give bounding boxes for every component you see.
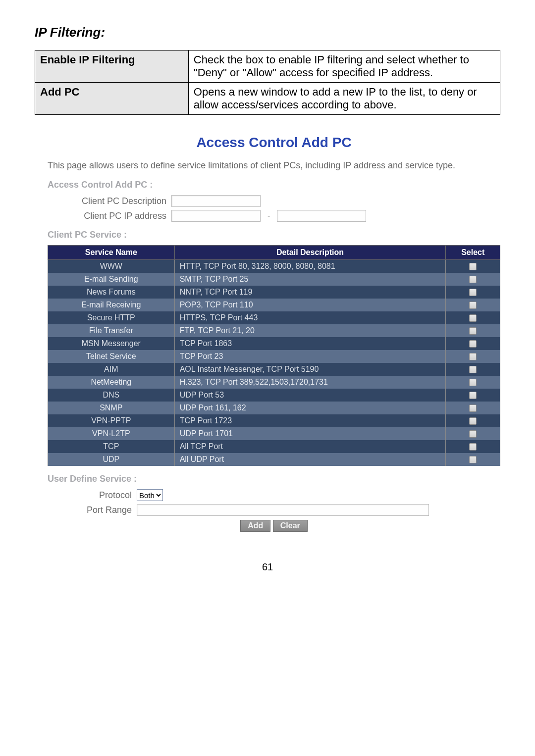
term-enable-ip-filtering: Enable IP Filtering bbox=[35, 50, 189, 83]
service-checkbox[interactable] bbox=[469, 404, 477, 412]
service-checkbox[interactable] bbox=[469, 263, 477, 270]
protocol-select[interactable]: Both bbox=[137, 489, 163, 501]
add-button[interactable]: Add bbox=[240, 520, 270, 532]
service-row: VPN-L2TPUDP Port 1701 bbox=[48, 427, 500, 440]
service-table: Service Name Detail Description Select W… bbox=[48, 245, 500, 466]
service-select-cell bbox=[446, 414, 500, 427]
service-checkbox[interactable] bbox=[469, 392, 477, 399]
service-checkbox[interactable] bbox=[469, 276, 477, 283]
service-select-cell bbox=[446, 376, 500, 389]
service-checkbox[interactable] bbox=[469, 417, 477, 425]
service-checkbox[interactable] bbox=[469, 314, 477, 322]
service-name: News Forums bbox=[48, 286, 175, 299]
service-name: SNMP bbox=[48, 402, 175, 414]
service-desc: TCP Port 23 bbox=[174, 350, 446, 363]
service-desc: HTTP, TCP Port 80, 3128, 8000, 8080, 808… bbox=[174, 260, 446, 273]
service-row: File TransferFTP, TCP Port 21, 20 bbox=[48, 324, 500, 337]
service-desc: POP3, TCP Port 110 bbox=[174, 299, 446, 311]
service-select-cell bbox=[446, 427, 500, 440]
label-port-range: Port Range bbox=[48, 505, 132, 515]
desc-enable-ip-filtering: Check the box to enable IP filtering and… bbox=[188, 50, 500, 83]
service-desc: AOL Instant Messenger, TCP Port 5190 bbox=[174, 363, 446, 376]
service-row: UDPAll UDP Port bbox=[48, 453, 500, 466]
service-name: VPN-PPTP bbox=[48, 414, 175, 427]
service-desc: TCP Port 1723 bbox=[174, 414, 446, 427]
service-select-cell bbox=[446, 337, 500, 350]
service-row: NetMeetingH.323, TCP Port 389,522,1503,1… bbox=[48, 376, 500, 389]
service-name: MSN Messenger bbox=[48, 337, 175, 350]
label-protocol: Protocol bbox=[48, 490, 132, 501]
service-checkbox[interactable] bbox=[469, 289, 477, 296]
service-checkbox[interactable] bbox=[469, 456, 477, 463]
section-user-define-service: User Define Service : bbox=[48, 474, 500, 484]
service-row: SNMPUDP Port 161, 162 bbox=[48, 402, 500, 414]
service-checkbox[interactable] bbox=[469, 327, 477, 335]
service-name: AIM bbox=[48, 363, 175, 376]
service-checkbox[interactable] bbox=[469, 379, 477, 386]
service-desc: All TCP Port bbox=[174, 440, 446, 453]
service-select-cell bbox=[446, 440, 500, 453]
service-select-cell bbox=[446, 402, 500, 414]
service-desc: All UDP Port bbox=[174, 453, 446, 466]
service-name: File Transfer bbox=[48, 324, 175, 337]
service-select-cell bbox=[446, 311, 500, 324]
service-name: VPN-L2TP bbox=[48, 427, 175, 440]
service-row: WWWHTTP, TCP Port 80, 3128, 8000, 8080, … bbox=[48, 260, 500, 273]
service-select-cell bbox=[446, 453, 500, 466]
service-row: AIMAOL Instant Messenger, TCP Port 5190 bbox=[48, 363, 500, 376]
service-checkbox[interactable] bbox=[469, 430, 477, 438]
service-row: E-mail SendingSMTP, TCP Port 25 bbox=[48, 273, 500, 286]
service-select-cell bbox=[446, 286, 500, 299]
service-row: MSN MessengerTCP Port 1863 bbox=[48, 337, 500, 350]
service-desc: UDP Port 53 bbox=[174, 389, 446, 402]
clear-button[interactable]: Clear bbox=[273, 520, 308, 532]
service-checkbox[interactable] bbox=[469, 353, 477, 360]
service-select-cell bbox=[446, 299, 500, 311]
desc-add-pc: Opens a new window to add a new IP to th… bbox=[188, 83, 500, 115]
service-desc: FTP, TCP Port 21, 20 bbox=[174, 324, 446, 337]
service-select-cell bbox=[446, 350, 500, 363]
client-pc-ip-start-input[interactable] bbox=[171, 210, 261, 222]
service-name: E-mail Receiving bbox=[48, 299, 175, 311]
term-add-pc: Add PC bbox=[35, 83, 189, 115]
panel-title: Access Control Add PC bbox=[48, 135, 500, 151]
service-name: Secure HTTP bbox=[48, 311, 175, 324]
label-client-pc-description: Client PC Description bbox=[48, 196, 166, 206]
service-name: E-mail Sending bbox=[48, 273, 175, 286]
service-select-cell bbox=[446, 273, 500, 286]
service-select-cell bbox=[446, 363, 500, 376]
page-number: 61 bbox=[35, 561, 500, 573]
service-name: DNS bbox=[48, 389, 175, 402]
service-row: E-mail ReceivingPOP3, TCP Port 110 bbox=[48, 299, 500, 311]
service-checkbox[interactable] bbox=[469, 340, 477, 348]
service-row: Secure HTTPHTTPS, TCP Port 443 bbox=[48, 311, 500, 324]
service-name: UDP bbox=[48, 453, 175, 466]
service-checkbox[interactable] bbox=[469, 443, 477, 451]
service-desc: H.323, TCP Port 389,522,1503,1720,1731 bbox=[174, 376, 446, 389]
service-name: TCP bbox=[48, 440, 175, 453]
service-select-cell bbox=[446, 389, 500, 402]
service-row: Telnet ServiceTCP Port 23 bbox=[48, 350, 500, 363]
service-checkbox[interactable] bbox=[469, 366, 477, 373]
panel-description: This page allows users to define service… bbox=[48, 160, 500, 171]
service-desc: UDP Port 161, 162 bbox=[174, 402, 446, 414]
client-pc-description-input[interactable] bbox=[171, 195, 261, 207]
client-pc-ip-end-input[interactable] bbox=[277, 210, 366, 222]
service-desc: UDP Port 1701 bbox=[174, 427, 446, 440]
ip-filtering-table: Enable IP Filtering Check the box to ena… bbox=[35, 50, 500, 115]
service-desc: SMTP, TCP Port 25 bbox=[174, 273, 446, 286]
service-select-cell bbox=[446, 324, 500, 337]
ip-filtering-heading: IP Filtering: bbox=[35, 25, 500, 40]
service-name: WWW bbox=[48, 260, 175, 273]
service-select-cell bbox=[446, 260, 500, 273]
service-desc: HTTPS, TCP Port 443 bbox=[174, 311, 446, 324]
service-name: NetMeeting bbox=[48, 376, 175, 389]
service-checkbox[interactable] bbox=[469, 302, 477, 309]
service-row: News ForumsNNTP, TCP Port 119 bbox=[48, 286, 500, 299]
service-row: VPN-PPTPTCP Port 1723 bbox=[48, 414, 500, 427]
ip-range-dash: - bbox=[268, 211, 270, 220]
service-desc: TCP Port 1863 bbox=[174, 337, 446, 350]
service-row: DNSUDP Port 53 bbox=[48, 389, 500, 402]
port-range-input[interactable] bbox=[137, 504, 429, 516]
section-access-control: Access Control Add PC : bbox=[48, 180, 500, 190]
